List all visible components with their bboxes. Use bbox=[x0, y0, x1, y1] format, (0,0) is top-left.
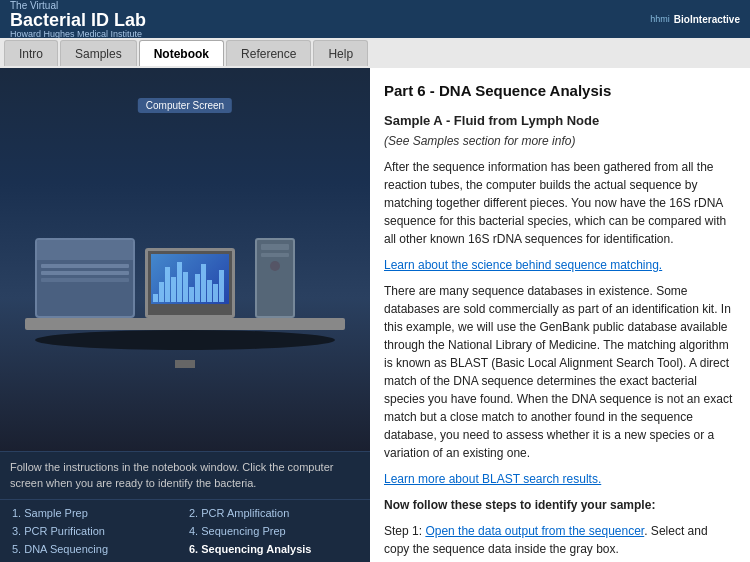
link-blast-results[interactable]: Learn more about BLAST search results. bbox=[384, 472, 601, 486]
computer-tower bbox=[255, 238, 295, 318]
step-5[interactable]: 5. DNA Sequencing bbox=[8, 541, 185, 557]
para1: After the sequence information has been … bbox=[384, 158, 736, 248]
monitor-stand bbox=[175, 360, 195, 368]
tab-bar: Intro Samples Notebook Reference Help bbox=[0, 38, 750, 68]
notebook-title: Part 6 - DNA Sequence Analysis bbox=[384, 80, 736, 103]
step-4-label: Sequencing Prep bbox=[201, 525, 285, 537]
tab-intro[interactable]: Intro bbox=[4, 40, 58, 66]
step1-text: Step 1: Open the data output from the se… bbox=[384, 522, 736, 558]
desk-surface bbox=[25, 318, 345, 330]
sample-note: (See Samples section for more info) bbox=[384, 132, 736, 150]
screen-bars bbox=[153, 272, 227, 302]
screen-bar bbox=[165, 267, 170, 302]
screen-bar bbox=[153, 294, 158, 302]
step-2-label: PCR Amplification bbox=[201, 507, 289, 519]
step-1[interactable]: 1. Sample Prep bbox=[8, 505, 185, 521]
step-6-label: Sequencing Analysis bbox=[201, 543, 311, 555]
para2: There are many sequence databases in exi… bbox=[384, 282, 736, 462]
link-sequencer-output[interactable]: Open the data output from the sequencer bbox=[425, 524, 644, 538]
screen-bar bbox=[219, 270, 224, 302]
step-5-number: 5. bbox=[12, 543, 24, 555]
step-3-label: PCR Purification bbox=[24, 525, 105, 537]
step-3[interactable]: 3. PCR Purification bbox=[8, 523, 185, 539]
instruction-area: Follow the instructions in the notebook … bbox=[0, 451, 370, 499]
step-4-number: 4. bbox=[189, 525, 201, 537]
tab-reference[interactable]: Reference bbox=[226, 40, 311, 66]
screen-bar bbox=[201, 264, 206, 302]
bio-interactive-label: BioInteractive bbox=[674, 14, 740, 25]
step-1-number: 1. bbox=[12, 507, 24, 519]
screen-bar bbox=[177, 262, 182, 302]
step1-prefix: Step 1: bbox=[384, 524, 425, 538]
step-4[interactable]: 4. Sequencing Prep bbox=[185, 523, 362, 539]
lab-equipment-left bbox=[35, 238, 135, 318]
tab-samples[interactable]: Samples bbox=[60, 40, 137, 66]
step-2[interactable]: 2. PCR Amplification bbox=[185, 505, 362, 521]
notebook-content: Part 6 - DNA Sequence Analysis Sample A … bbox=[370, 68, 750, 562]
step-6-number: 6. bbox=[189, 543, 201, 555]
step-2-number: 2. bbox=[189, 507, 201, 519]
step-6[interactable]: 6. Sequencing Analysis bbox=[185, 541, 362, 557]
screen-bar bbox=[171, 277, 176, 302]
app-virtual-label: The Virtual bbox=[10, 0, 146, 11]
sample-heading: Sample A - Fluid from Lymph Node bbox=[384, 111, 736, 131]
app-org: Howard Hughes Medical Institute bbox=[10, 29, 146, 39]
computer-screen-label: Computer Screen bbox=[138, 98, 232, 113]
computer-monitor[interactable] bbox=[145, 248, 235, 318]
link-sequence-matching[interactable]: Learn about the science behind sequence … bbox=[384, 258, 662, 272]
app-title: Bacterial ID Lab bbox=[10, 11, 146, 29]
left-panel: Computer Screen bbox=[0, 68, 370, 562]
screen-bar bbox=[195, 274, 200, 302]
steps-heading: Now follow these steps to identify your … bbox=[384, 498, 655, 512]
instruction-text: Follow the instructions in the notebook … bbox=[10, 461, 333, 488]
screen-bar bbox=[189, 287, 194, 302]
screen-bar bbox=[159, 282, 164, 302]
step-3-number: 3. bbox=[12, 525, 24, 537]
lab-illustration[interactable]: Computer Screen bbox=[0, 68, 370, 451]
tab-notebook[interactable]: Notebook bbox=[139, 40, 224, 66]
tab-help[interactable]: Help bbox=[313, 40, 368, 66]
monitor-screen bbox=[151, 254, 229, 304]
step-navigation: 1. Sample Prep 2. PCR Amplification 3. P… bbox=[0, 499, 370, 562]
screen-bar bbox=[207, 280, 212, 302]
screen-bar bbox=[183, 272, 188, 302]
lab-desk bbox=[15, 160, 355, 360]
screen-bar bbox=[213, 284, 218, 302]
step-1-label: Sample Prep bbox=[24, 507, 88, 519]
step-5-label: DNA Sequencing bbox=[24, 543, 108, 555]
hhmi-label: hhmi bbox=[650, 14, 670, 24]
